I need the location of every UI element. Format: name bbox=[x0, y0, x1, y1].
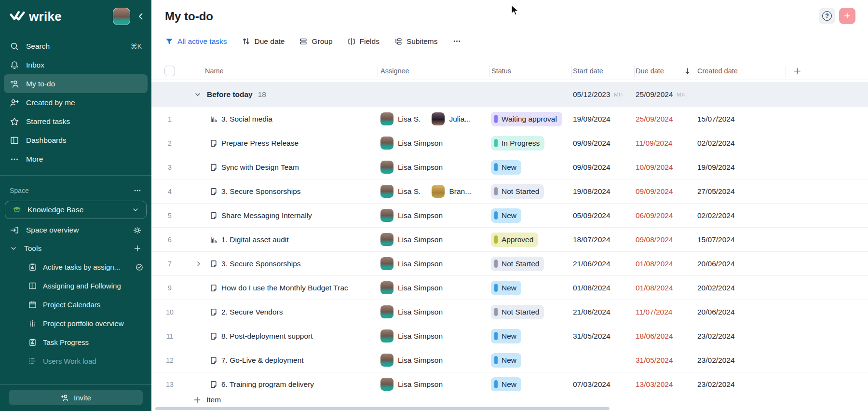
cell-status[interactable]: New bbox=[490, 353, 572, 368]
cell-due-date[interactable]: 09/09/2024 bbox=[635, 187, 696, 196]
cell-status[interactable]: Waiting approval bbox=[490, 112, 572, 126]
status-badge[interactable]: Not Started bbox=[491, 184, 544, 199]
cell-name[interactable]: How do I use the Monthly Budget Trac bbox=[188, 284, 378, 292]
cell-due-date[interactable]: 25/09/2024 bbox=[635, 115, 696, 123]
space-settings-button[interactable] bbox=[133, 226, 142, 235]
table-row[interactable]: 2Prepare Press ReleaseLisa SimpsonIn Pro… bbox=[151, 131, 868, 155]
cell-created-date[interactable]: 23/02/2024 bbox=[696, 380, 786, 389]
column-header-status[interactable]: Status bbox=[490, 62, 572, 80]
cell-start-date[interactable]: 09/09/2024 bbox=[572, 139, 635, 148]
cell-assignee[interactable]: Lisa S.Bran... bbox=[378, 185, 490, 198]
filter-button[interactable]: All active tasks bbox=[165, 37, 227, 46]
toolbar-more-button[interactable] bbox=[452, 37, 461, 46]
column-header-name[interactable]: Name bbox=[188, 62, 378, 80]
group-button[interactable]: Group bbox=[299, 37, 332, 46]
cell-assignee[interactable]: Lisa Simpson bbox=[378, 329, 490, 342]
cell-start-date[interactable]: 21/06/2024 bbox=[572, 308, 635, 316]
status-badge[interactable]: In Progress bbox=[491, 136, 544, 151]
cell-created-date[interactable]: 20/06/2024 bbox=[696, 308, 786, 316]
cell-due-date[interactable]: 18/06/2024 bbox=[635, 332, 696, 341]
table-row[interactable]: 136. Training program deliveryLisa Simps… bbox=[151, 372, 868, 391]
sidebar-item-my-todo[interactable]: My to-do bbox=[4, 74, 148, 93]
column-header-start-date[interactable]: Start date bbox=[572, 62, 635, 80]
chevron-down-icon[interactable] bbox=[194, 91, 202, 98]
cell-start-date[interactable]: 19/09/2024 bbox=[572, 115, 635, 123]
tool-item-assigning-following[interactable]: Assigning and Following bbox=[0, 276, 151, 295]
status-badge[interactable]: New bbox=[491, 208, 521, 223]
cell-name[interactable]: 3. Social media bbox=[188, 115, 378, 123]
cell-name[interactable]: Share Messaging Internally bbox=[188, 211, 378, 220]
table-row[interactable]: 13. Social mediaLisa S.Julia...Waiting a… bbox=[151, 107, 868, 131]
cell-start-date[interactable]: 21/06/2024 bbox=[572, 260, 635, 268]
sort-button[interactable]: Due date bbox=[242, 37, 285, 46]
sort-desc-icon[interactable] bbox=[683, 67, 692, 75]
select-all-checkbox[interactable] bbox=[164, 66, 175, 76]
table-row[interactable]: 127. Go-Live & deploymentLisa SimpsonNew… bbox=[151, 348, 868, 372]
sidebar-collapse-button[interactable] bbox=[136, 12, 146, 21]
cell-status[interactable]: Not Started bbox=[490, 184, 572, 199]
cell-assignee[interactable]: Lisa Simpson bbox=[378, 209, 490, 222]
invite-button[interactable]: Invite bbox=[9, 390, 143, 405]
cell-due-date[interactable]: 09/08/2024 bbox=[635, 235, 696, 244]
cell-due-date[interactable]: 01/08/2024 bbox=[635, 284, 696, 292]
horizontal-scrollbar-thumb[interactable] bbox=[155, 407, 610, 410]
cell-start-date[interactable]: 07/03/2024 bbox=[572, 380, 635, 389]
status-badge[interactable]: Not Started bbox=[491, 257, 544, 271]
cell-created-date[interactable]: 20/02/2024 bbox=[696, 284, 786, 292]
cell-created-date[interactable]: 23/02/2024 bbox=[696, 356, 786, 365]
group-row-before-today[interactable]: Before today 18 05/12/2023 MIN 25/09/202… bbox=[151, 82, 868, 107]
cell-status[interactable]: New bbox=[490, 329, 572, 343]
column-header-created-date[interactable]: Created date bbox=[696, 62, 786, 80]
cell-assignee[interactable]: Lisa Simpson bbox=[378, 378, 490, 391]
cell-created-date[interactable]: 27/05/2024 bbox=[696, 187, 786, 196]
ellipsis-icon[interactable] bbox=[133, 186, 142, 195]
add-column-button[interactable] bbox=[786, 62, 868, 80]
cell-created-date[interactable]: 02/02/2024 bbox=[696, 211, 786, 220]
cell-name[interactable]: 1. Digital asset audit bbox=[188, 235, 378, 244]
cell-due-date[interactable]: 10/09/2024 bbox=[635, 163, 696, 172]
cell-start-date[interactable]: 09/09/2024 bbox=[572, 163, 635, 172]
cell-created-date[interactable]: 15/07/2024 bbox=[696, 235, 786, 244]
cell-name[interactable]: 7. Go-Live & deployment bbox=[188, 356, 378, 365]
cell-assignee[interactable]: Lisa Simpson bbox=[378, 137, 490, 150]
cell-name[interactable]: 6. Training program delivery bbox=[188, 380, 378, 389]
status-badge[interactable]: Approved bbox=[491, 233, 538, 247]
cell-assignee[interactable]: Lisa Simpson bbox=[378, 233, 490, 246]
cell-created-date[interactable]: 02/02/2024 bbox=[696, 139, 786, 148]
cell-assignee[interactable]: Lisa S.Julia... bbox=[378, 112, 490, 125]
fields-button[interactable]: Fields bbox=[347, 37, 380, 46]
status-badge[interactable]: New bbox=[491, 353, 521, 368]
cell-created-date[interactable]: 19/09/2024 bbox=[696, 163, 786, 172]
cell-status[interactable]: New bbox=[490, 208, 572, 223]
table-row[interactable]: 5Share Messaging InternallyLisa SimpsonN… bbox=[151, 204, 868, 228]
status-badge[interactable]: New bbox=[491, 281, 521, 295]
cell-status[interactable]: Not Started bbox=[490, 257, 572, 271]
cell-name[interactable]: 8. Post-deployment support bbox=[188, 332, 378, 341]
cell-status[interactable]: Not Started bbox=[490, 305, 572, 319]
space-selector[interactable]: Knowledge Base bbox=[5, 201, 147, 219]
add-task-button[interactable]: + bbox=[839, 8, 855, 24]
cell-due-date[interactable]: 11/09/2024 bbox=[635, 139, 696, 148]
cell-name[interactable]: 3. Secure Sponsorships bbox=[188, 187, 378, 196]
tool-item-active-tasks[interactable]: Active tasks by assign... bbox=[0, 258, 151, 276]
table-row[interactable]: 9How do I use the Monthly Budget TracLis… bbox=[151, 276, 868, 300]
table-row[interactable]: 73. Secure SponsorshipsLisa SimpsonNot S… bbox=[151, 252, 868, 276]
tool-item-task-progress[interactable]: Task Progress bbox=[0, 333, 151, 352]
cell-start-date[interactable]: 19/08/2024 bbox=[572, 187, 635, 196]
table-row[interactable]: 102. Secure VendorsLisa SimpsonNot Start… bbox=[151, 300, 868, 324]
status-badge[interactable]: New bbox=[491, 160, 521, 175]
table-row[interactable]: 3Sync with Design TeamLisa SimpsonNew09/… bbox=[151, 155, 868, 179]
add-tool-button[interactable] bbox=[133, 244, 142, 253]
cell-status[interactable]: New bbox=[490, 281, 572, 295]
add-item-row[interactable]: Item bbox=[151, 391, 868, 408]
space-overview-item[interactable]: Space overview bbox=[0, 221, 151, 239]
cell-assignee[interactable]: Lisa Simpson bbox=[378, 354, 490, 367]
table-row[interactable]: 61. Digital asset auditLisa SimpsonAppro… bbox=[151, 228, 868, 252]
cell-status[interactable]: In Progress bbox=[490, 136, 572, 151]
cell-start-date[interactable]: 18/07/2024 bbox=[572, 235, 635, 244]
user-avatar[interactable] bbox=[113, 8, 130, 25]
cell-due-date[interactable]: 11/07/2024 bbox=[635, 308, 696, 316]
sidebar-item-starred-tasks[interactable]: Starred tasks bbox=[4, 112, 148, 131]
status-badge[interactable]: Not Started bbox=[491, 305, 544, 319]
cell-status[interactable]: New bbox=[490, 377, 572, 391]
